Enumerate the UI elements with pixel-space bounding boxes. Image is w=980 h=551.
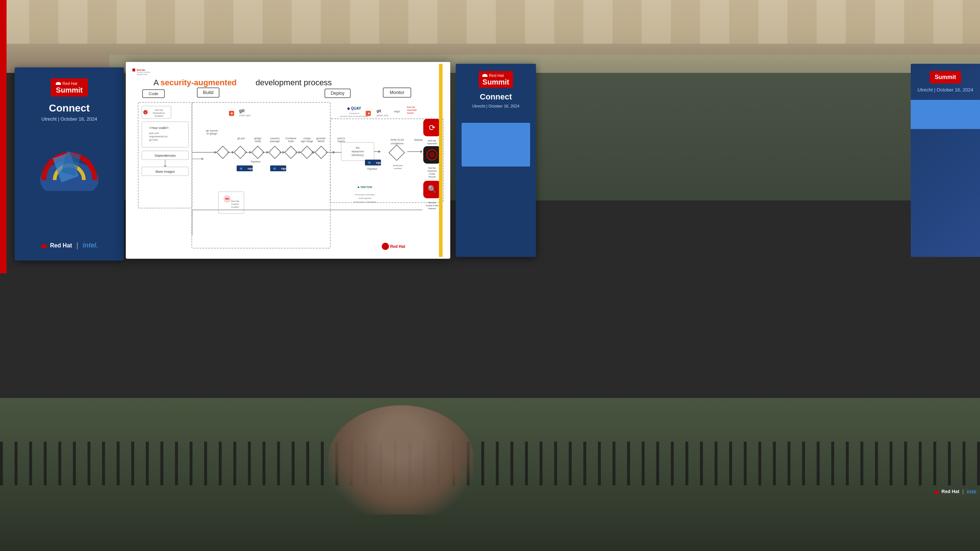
svg-text:Monitor: Monitor bbox=[390, 90, 404, 95]
redhat-logo-left: Red Hat bbox=[56, 81, 83, 86]
svg-text:Build: Build bbox=[203, 90, 214, 95]
svg-text:K8s: K8s bbox=[355, 146, 360, 149]
svg-text:enterprise: enterprise bbox=[393, 164, 403, 167]
intel-text-left: intel. bbox=[83, 241, 98, 249]
svg-text:Generates and signs: Generates and signs bbox=[355, 194, 375, 196]
pipe-far-right: | bbox=[962, 488, 964, 494]
svg-text:◆ QUAY: ◆ QUAY bbox=[347, 106, 361, 110]
summit-label-left: Summit bbox=[56, 86, 83, 94]
svg-text:Red Hat: Red Hat bbox=[390, 244, 406, 249]
svg-text:Red Hat: Red Hat bbox=[231, 200, 239, 202]
svg-text:■ TEKTON: ■ TEKTON bbox=[358, 186, 372, 189]
svg-text:Analytics: Analytics bbox=[154, 115, 163, 117]
connect-title-left: Connect bbox=[49, 102, 90, 114]
svg-text:Content: Content bbox=[231, 206, 239, 208]
svg-text:Advanced: Advanced bbox=[428, 170, 436, 172]
svg-text:Security: Security bbox=[428, 176, 436, 178]
svg-text:package: package bbox=[270, 140, 280, 143]
svg-text:(maven): (maven) bbox=[270, 137, 280, 140]
svg-marker-55 bbox=[232, 151, 234, 154]
svg-text:definition(s): definition(s) bbox=[352, 154, 364, 157]
svg-text:verify: verify bbox=[255, 140, 261, 143]
redhat-label-right: Red Hat bbox=[489, 73, 503, 78]
svg-rect-29 bbox=[142, 122, 188, 147]
svg-text:push to: push to bbox=[337, 137, 345, 140]
svg-marker-65 bbox=[267, 151, 269, 154]
svg-text:Pipeline: Pipeline bbox=[251, 160, 261, 163]
svg-text:Continuous: Continuous bbox=[349, 112, 359, 114]
redhat-text-far-right: Red Hat bbox=[941, 489, 959, 494]
svg-text:SBOM: SBOM bbox=[317, 140, 324, 143]
redhat-logo-right: Red Hat bbox=[482, 73, 509, 78]
summit-badge-right: Red Hat Summit bbox=[479, 71, 512, 88]
redhat-hat-far-right bbox=[933, 489, 940, 494]
svg-text:Red Hat: Red Hat bbox=[428, 202, 436, 204]
svg-text:git pull: git pull bbox=[237, 137, 245, 140]
svg-text:git commit: git commit bbox=[206, 129, 218, 132]
svg-text:Red Hat: Red Hat bbox=[428, 140, 436, 142]
far-right-screen: Summit Utrecht | October 16, 2024 bbox=[911, 64, 980, 257]
svg-text:GeOps: GeOps bbox=[407, 112, 414, 114]
ceiling-beams bbox=[0, 0, 980, 44]
svg-marker-70 bbox=[283, 151, 285, 154]
arc-graphic-left bbox=[37, 133, 102, 191]
svg-text:Dependencies: Dependencies bbox=[154, 154, 176, 157]
svg-text:🔷: 🔷 bbox=[273, 167, 276, 170]
svg-text:OpenShift: OpenShift bbox=[427, 143, 437, 144]
connect-title-right: Connect bbox=[480, 92, 512, 102]
svg-text:deploy: deploy bbox=[414, 138, 423, 141]
svg-text:gitops repo: gitops repo bbox=[377, 114, 389, 117]
svg-rect-49 bbox=[216, 146, 229, 159]
svg-text:🔷: 🔷 bbox=[240, 167, 243, 170]
svg-marker-60 bbox=[250, 151, 251, 154]
redhat-footer-logo: Red Hat bbox=[40, 242, 72, 249]
svg-text:build pipeline: build pipeline bbox=[358, 197, 372, 199]
svg-text:⟳: ⟳ bbox=[429, 123, 435, 132]
svg-text:<Your code/>: <Your code/> bbox=[149, 126, 169, 130]
summit-label-right: Summit bbox=[482, 78, 509, 86]
svg-text:security scans of stored image: security scans of stored images bbox=[340, 115, 368, 118]
svg-text:Analyzer: Analyzer bbox=[428, 207, 436, 210]
svg-text:generate: generate bbox=[316, 137, 326, 140]
svg-text:provenance, attestation: provenance, attestation bbox=[354, 201, 376, 203]
svg-rect-118 bbox=[389, 145, 404, 160]
redhat-footer-right: Red Hat bbox=[933, 489, 959, 494]
svg-rect-68 bbox=[285, 146, 297, 159]
hat-icon-left bbox=[56, 82, 61, 85]
svg-marker-131 bbox=[420, 150, 423, 153]
summit-badge-left: Red Hat Summit bbox=[51, 78, 88, 97]
svg-text:Cluster: Cluster bbox=[429, 173, 435, 175]
connect-date-right: Utrecht | October 16, 2024 bbox=[472, 104, 519, 108]
svg-text:contract: contract bbox=[394, 167, 402, 170]
svg-text:◆: ◆ bbox=[231, 112, 233, 114]
svg-marker-115 bbox=[379, 150, 380, 153]
svg-text:OpenShift: OpenShift bbox=[407, 109, 417, 111]
svg-text:sigstore: sigstore bbox=[376, 162, 386, 164]
footer-divider-left: | bbox=[76, 241, 78, 249]
svg-text:requirements.txt: requirements.txt bbox=[149, 135, 167, 138]
svg-rect-78 bbox=[315, 146, 328, 159]
svg-marker-75 bbox=[299, 151, 301, 154]
date-far-right: Utrecht | October 16, 2024 bbox=[911, 87, 980, 92]
svg-text:argo: argo bbox=[394, 110, 400, 113]
svg-text:git: git bbox=[377, 109, 381, 113]
svg-text:w/ gitsign: w/ gitsign bbox=[206, 132, 217, 135]
svg-text:sigstore: sigstore bbox=[248, 167, 258, 170]
svg-text:Deploy: Deploy bbox=[331, 91, 344, 96]
flow-diagram: Red Hat Trusted Software Supply Chain A … bbox=[132, 68, 445, 257]
summit-badge-far-right: Summit bbox=[930, 71, 961, 83]
svg-text:Verify SLSA: Verify SLSA bbox=[390, 138, 404, 141]
redhat-hat-icon bbox=[40, 243, 48, 248]
svg-text:sign image: sign image bbox=[301, 140, 313, 143]
svg-text:gitsign: gitsign bbox=[254, 137, 261, 140]
svg-point-139 bbox=[429, 152, 435, 158]
svg-text:🔍: 🔍 bbox=[428, 185, 437, 194]
svg-point-5 bbox=[43, 244, 46, 247]
connect-date-left: Utrecht | October 16, 2024 bbox=[41, 116, 97, 122]
svg-text:security-augmented: security-augmented bbox=[161, 78, 237, 87]
svg-rect-7 bbox=[132, 70, 135, 71]
svg-text:sigstore: sigstore bbox=[281, 167, 291, 170]
svg-rect-6 bbox=[132, 68, 135, 70]
svg-rect-58 bbox=[251, 146, 264, 159]
svg-text:compliance: compliance bbox=[390, 142, 404, 145]
